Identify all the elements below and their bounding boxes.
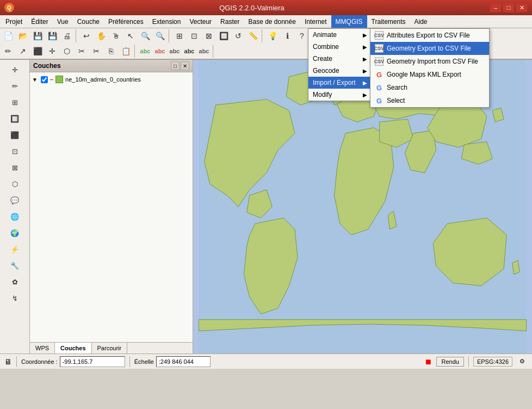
- left-btn-3[interactable]: ⊞: [7, 95, 22, 110]
- label-btn-3[interactable]: abc: [168, 44, 182, 58]
- animate-arrow-icon: ▶: [363, 32, 367, 38]
- add-feature-button[interactable]: ⬛: [30, 44, 45, 58]
- status-sep-1: [16, 356, 17, 367]
- create-label: Create: [313, 55, 332, 63]
- refresh-button[interactable]: ↺: [231, 29, 245, 43]
- pan-map-button[interactable]: 🔲: [216, 29, 231, 43]
- mmqgis-animate-item[interactable]: Animate ▶: [308, 29, 378, 41]
- layers-title: Couches: [33, 62, 61, 70]
- submenu-item-search[interactable]: G Search: [370, 81, 489, 94]
- render-button[interactable]: Rendu: [436, 357, 463, 367]
- window-title: QGIS 2.2.0-Valmiera: [14, 4, 490, 12]
- menu-projet[interactable]: Projet: [1, 15, 27, 28]
- menu-vecteur[interactable]: Vecteur: [185, 15, 216, 28]
- delete-button[interactable]: ✂: [75, 44, 89, 58]
- save-project-button[interactable]: 💾: [30, 29, 45, 43]
- maximize-button[interactable]: □: [503, 3, 515, 13]
- menu-raster[interactable]: Raster: [216, 15, 244, 28]
- close-button[interactable]: ✕: [516, 3, 528, 13]
- label-btn-2[interactable]: abc: [153, 44, 167, 58]
- menu-base-de-donnee[interactable]: Base de donnée: [244, 15, 300, 28]
- layers-panel: Couches □ ✕ ▼ – ne_10m_admin_0_countries…: [30, 60, 193, 354]
- layers-close-button[interactable]: ✕: [181, 61, 189, 70]
- select-button[interactable]: ↖: [123, 29, 138, 43]
- pan-button[interactable]: ✋: [94, 29, 108, 43]
- mmqgis-create-item[interactable]: Create ▶: [308, 53, 378, 65]
- menu-couche[interactable]: Couche: [73, 15, 104, 28]
- open-project-button[interactable]: 📂: [16, 29, 30, 43]
- submenu-item-select[interactable]: G Select: [370, 94, 489, 107]
- move-button[interactable]: ✛: [45, 44, 59, 58]
- left-btn-10[interactable]: 🌐: [7, 209, 22, 224]
- epsg-display[interactable]: EPSG:4326: [473, 357, 512, 367]
- left-btn-5[interactable]: ⬛: [7, 127, 22, 142]
- zoom-layer-button[interactable]: ⊡: [187, 29, 201, 43]
- tree-expand-icon[interactable]: ▼: [32, 77, 38, 83]
- submenu-item-geom-export[interactable]: CSV Geometry Export to CSV File: [370, 42, 489, 55]
- geom-import-label: Geometry Import from CSV File: [387, 58, 478, 65]
- zoom-full-button[interactable]: ⊞: [172, 29, 187, 43]
- menu-aide[interactable]: Aide: [410, 15, 431, 28]
- tab-couches[interactable]: Couches: [55, 343, 91, 354]
- tab-parcourir[interactable]: Parcourir: [92, 343, 128, 354]
- left-btn-12[interactable]: ⚡: [7, 241, 22, 257]
- left-btn-8[interactable]: ⬡: [7, 176, 22, 191]
- left-btn-14[interactable]: ✿: [7, 274, 22, 289]
- menu-extension[interactable]: Extension: [148, 15, 185, 28]
- left-btn-11[interactable]: 🌍: [7, 225, 22, 240]
- print-button[interactable]: 🖨: [60, 29, 74, 43]
- feature-button[interactable]: ℹ: [280, 29, 294, 43]
- save-as-button[interactable]: 💾: [45, 29, 59, 43]
- layers-expand-button[interactable]: □: [171, 61, 180, 70]
- submenu-item-google-maps-export[interactable]: G Google Maps KML Export: [370, 68, 489, 81]
- left-btn-9[interactable]: 💬: [7, 193, 22, 208]
- modify-label: Modify: [313, 91, 332, 98]
- paste-button[interactable]: 📋: [119, 44, 133, 58]
- submenu-item-geom-import[interactable]: CSV Geometry Import from CSV File: [370, 55, 489, 68]
- edit-pencil-button[interactable]: ✏: [1, 44, 15, 58]
- scale-input[interactable]: [156, 356, 211, 367]
- left-toolbar: ✛ ✏ ⊞ 🔲 ⬛ ⊡ ⊠ ⬡ 💬 🌐 🌍 ⚡ 🔧 ✿ ↯: [0, 60, 30, 354]
- mmqgis-geocode-item[interactable]: Geocode ▶: [308, 65, 378, 77]
- menu-editer[interactable]: Éditer: [27, 15, 52, 28]
- tab-wps[interactable]: WPS: [30, 343, 55, 354]
- identify-button[interactable]: 🖱: [109, 29, 123, 43]
- copy-button[interactable]: ⎘: [104, 44, 118, 58]
- mmqgis-modify-item[interactable]: Modify ▶: [308, 89, 378, 101]
- select2-button[interactable]: ↗: [16, 44, 30, 58]
- label-btn-4[interactable]: abc: [182, 44, 196, 58]
- zoom-in-button[interactable]: 🔍: [138, 29, 152, 43]
- label-btn-1[interactable]: abc: [138, 44, 152, 58]
- left-btn-4[interactable]: 🔲: [7, 111, 22, 126]
- label-btn-5[interactable]: abc: [197, 44, 211, 58]
- left-btn-6[interactable]: ⊡: [7, 144, 22, 159]
- menu-internet[interactable]: Internet: [300, 15, 331, 28]
- status-sep-3: [468, 356, 469, 367]
- left-btn-7[interactable]: ⊠: [7, 160, 22, 175]
- cut-button[interactable]: ✂: [89, 44, 103, 58]
- csv-icon-1: CSV: [375, 31, 383, 40]
- menu-traitements[interactable]: Traitements: [367, 15, 410, 28]
- coordinate-input[interactable]: [60, 356, 125, 367]
- toolbar-separator-4: [134, 45, 137, 58]
- mmqgis-import-export-item[interactable]: Import / Export ▶: [308, 77, 378, 89]
- measure-button[interactable]: 📏: [246, 29, 260, 43]
- zoom-out-button[interactable]: 🔍: [153, 29, 167, 43]
- minimize-button[interactable]: –: [490, 3, 502, 13]
- left-btn-1[interactable]: ✛: [7, 62, 22, 77]
- left-btn-2[interactable]: ✏: [7, 78, 22, 94]
- menu-mmqgis[interactable]: MMQGIS: [331, 15, 367, 28]
- help-button[interactable]: ?: [295, 29, 309, 43]
- left-btn-13[interactable]: 🔧: [7, 258, 22, 273]
- layer-visibility-checkbox[interactable]: [41, 76, 48, 83]
- menu-preferences[interactable]: Préférences: [104, 15, 148, 28]
- undo-button[interactable]: ↩: [79, 29, 94, 43]
- node-button[interactable]: ⬡: [60, 44, 74, 58]
- tip-button[interactable]: 💡: [265, 29, 280, 43]
- new-project-button[interactable]: 📄: [1, 29, 15, 43]
- left-btn-15[interactable]: ↯: [7, 290, 22, 306]
- menu-vue[interactable]: Vue: [53, 15, 73, 28]
- mmqgis-combine-item[interactable]: Combine ▶: [308, 41, 378, 53]
- zoom-selected-button[interactable]: ⊠: [202, 29, 216, 43]
- submenu-item-attrs-export[interactable]: CSV Attributes Export to CSV File: [370, 29, 489, 42]
